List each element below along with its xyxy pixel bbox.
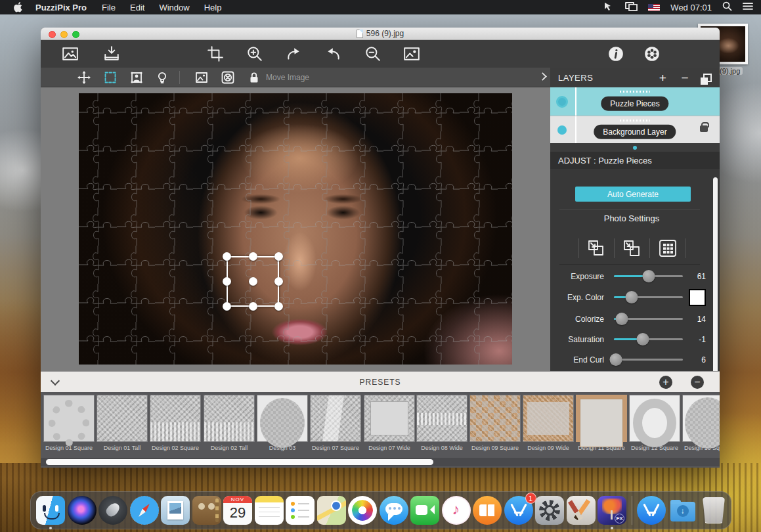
- slider-track[interactable]: [614, 318, 683, 320]
- menu-clock[interactable]: Wed 07:01: [670, 3, 712, 12]
- add-layer-button[interactable]: +: [659, 72, 667, 84]
- dock-notes[interactable]: [255, 496, 284, 525]
- dock-app-store-alt[interactable]: [637, 496, 666, 525]
- dock-maps[interactable]: [317, 496, 346, 525]
- spotlight-icon[interactable]: [722, 1, 732, 13]
- dock-app-store[interactable]: 1: [504, 496, 533, 525]
- portrait-select-tool[interactable]: [130, 71, 143, 84]
- remove-layer-button[interactable]: −: [681, 72, 689, 84]
- layer-visibility-toggle[interactable]: [556, 96, 568, 108]
- panel-scrollbar[interactable]: [713, 177, 718, 376]
- preset-thumbnail[interactable]: [364, 395, 415, 442]
- preset-item[interactable]: Design 07 Square: [310, 395, 361, 451]
- slider-track[interactable]: [614, 296, 683, 298]
- dock-siri[interactable]: [68, 496, 97, 525]
- notification-center-icon[interactable]: [743, 2, 753, 12]
- dock-downloads[interactable]: ↓: [668, 496, 697, 525]
- menu-window[interactable]: Window: [152, 3, 196, 12]
- canvas-area[interactable]: [41, 87, 550, 371]
- preset-thumbnail[interactable]: [204, 395, 255, 442]
- dock-ibooks[interactable]: [473, 496, 502, 525]
- dock-itunes[interactable]: ♪: [442, 496, 471, 525]
- scale-up-icon[interactable]: [621, 238, 642, 259]
- preset-item[interactable]: Design 09 Square: [469, 395, 521, 451]
- slider-track[interactable]: [614, 275, 683, 277]
- apple-menu[interactable]: [8, 2, 28, 12]
- preset-item[interactable]: Design 02 Square: [150, 395, 201, 451]
- zoom-button[interactable]: [72, 31, 79, 38]
- selection-box[interactable]: [227, 256, 279, 307]
- layer-row-background[interactable]: Background Layer: [550, 116, 720, 143]
- title-bar[interactable]: 596 (9).jpg: [41, 28, 720, 40]
- remove-preset-button[interactable]: −: [691, 376, 704, 389]
- selection-handle[interactable]: [249, 302, 257, 311]
- preset-item[interactable]: Design 07 Wide: [364, 395, 415, 451]
- preset-item[interactable]: Design 11 Square: [576, 395, 627, 451]
- preset-thumbnail[interactable]: [97, 395, 148, 442]
- preset-item[interactable]: Design 01 Square: [43, 395, 95, 451]
- set-image-button[interactable]: [403, 45, 420, 62]
- undo-button[interactable]: [285, 45, 302, 62]
- dock-puzzipix[interactable]: FX: [598, 496, 626, 525]
- slider-thumb[interactable]: [626, 291, 638, 303]
- image-badge-tool[interactable]: [195, 71, 208, 84]
- minimize-button[interactable]: [60, 31, 68, 38]
- dock-safari[interactable]: [130, 496, 159, 525]
- duplicate-layer-icon[interactable]: [703, 74, 712, 82]
- selection-handle[interactable]: [223, 277, 231, 286]
- layer-row-puzzle-pieces[interactable]: Puzzle Pieces: [550, 87, 720, 116]
- dock-design-app[interactable]: [567, 496, 596, 525]
- lock-icon[interactable]: [248, 71, 261, 84]
- preset-item[interactable]: Design 12 Square: [629, 395, 680, 451]
- status-cursor-icon[interactable]: [604, 2, 615, 13]
- slider-thumb[interactable]: [610, 353, 622, 366]
- preset-thumbnail[interactable]: [257, 395, 308, 442]
- selection-handle[interactable]: [249, 277, 257, 286]
- presets-scrollbar-track[interactable]: [41, 458, 720, 466]
- clear-selection-tool[interactable]: [221, 71, 234, 84]
- add-preset-button[interactable]: +: [659, 376, 672, 389]
- scale-down-icon[interactable]: [586, 238, 607, 259]
- selection-handle[interactable]: [223, 302, 231, 311]
- close-button[interactable]: [49, 31, 56, 38]
- preset-item[interactable]: Design 01 Tall: [97, 395, 148, 451]
- preset-item[interactable]: Design 09 Wide: [523, 395, 574, 451]
- selection-handle[interactable]: [223, 252, 231, 261]
- menu-edit[interactable]: Edit: [123, 3, 152, 12]
- color-swatch[interactable]: [689, 289, 706, 306]
- preset-item[interactable]: Design 08 Wide: [416, 395, 467, 451]
- layer-visibility-toggle[interactable]: [557, 125, 567, 135]
- preset-thumbnail[interactable]: [416, 395, 467, 442]
- slider-track[interactable]: [614, 338, 683, 340]
- selection-handle[interactable]: [274, 302, 283, 311]
- presets-scrollbar-thumb[interactable]: [46, 459, 433, 465]
- selection-handle[interactable]: [274, 277, 283, 286]
- dock-contacts[interactable]: [192, 496, 221, 525]
- preset-thumbnail[interactable]: [469, 395, 521, 442]
- dock-photos[interactable]: [348, 496, 377, 525]
- slider-thumb[interactable]: [642, 270, 655, 282]
- photo-tool-button[interactable]: [62, 45, 79, 62]
- slider-thumb[interactable]: [637, 333, 649, 345]
- preset-thumbnail[interactable]: [43, 395, 95, 442]
- selection-handle[interactable]: [274, 252, 283, 261]
- dock-messages[interactable]: [380, 496, 408, 525]
- chevron-right-icon[interactable]: [538, 72, 547, 81]
- menu-help[interactable]: Help: [197, 3, 229, 12]
- move-tool[interactable]: [77, 71, 91, 84]
- preset-thumbnail[interactable]: [150, 395, 201, 442]
- selection-handle[interactable]: [249, 252, 257, 261]
- dock-calendar[interactable]: NOV 29: [223, 496, 252, 525]
- preset-thumbnail[interactable]: [576, 395, 627, 442]
- preset-item[interactable]: Design 02 Tall: [204, 395, 255, 451]
- preset-thumbnail[interactable]: [682, 395, 720, 442]
- dock-trash[interactable]: [699, 496, 728, 525]
- dock-system-preferences[interactable]: [535, 496, 564, 525]
- preset-item[interactable]: Design 13 Square: [682, 395, 720, 451]
- slider-track[interactable]: [614, 359, 683, 361]
- preset-thumbnail[interactable]: [523, 395, 574, 442]
- layer-name-pill[interactable]: Background Layer: [594, 124, 676, 139]
- displays-icon[interactable]: [625, 2, 638, 13]
- menu-app-name[interactable]: PuzziPix Pro: [28, 3, 95, 12]
- preset-item[interactable]: Design 03: [257, 395, 308, 451]
